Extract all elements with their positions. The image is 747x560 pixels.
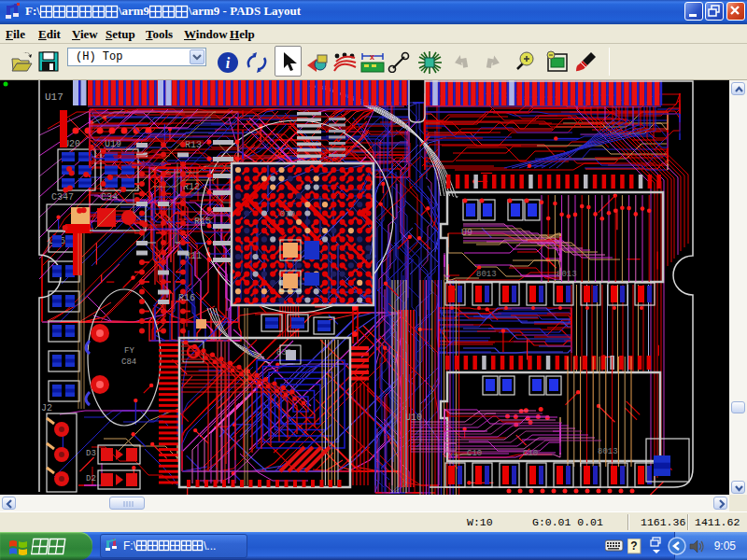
svg-text:R16: R16: [178, 293, 195, 303]
svg-text:8013: 8013: [557, 270, 577, 279]
svg-text:C10: C10: [523, 449, 538, 458]
svg-text:8013: 8013: [476, 270, 497, 279]
svg-text:C84: C84: [121, 357, 136, 367]
svg-text:U17: U17: [45, 91, 63, 103]
svg-text:C347: C347: [51, 192, 74, 203]
svg-text:070: 070: [280, 210, 295, 219]
svg-text:D2: D2: [86, 474, 96, 483]
svg-text:i: i: [226, 55, 231, 71]
svg-text:U19: U19: [105, 139, 121, 149]
svg-text:C34: C34: [101, 192, 118, 203]
svg-text:U10: U10: [405, 413, 422, 423]
svg-text:J2: J2: [41, 403, 52, 413]
svg-text:C10: C10: [467, 449, 482, 458]
svg-text:FY: FY: [124, 346, 134, 356]
svg-text:R13: R13: [185, 140, 202, 150]
svg-text:8013: 8013: [598, 447, 618, 456]
svg-text:D3: D3: [86, 449, 96, 458]
svg-text:x: x: [370, 52, 374, 62]
svg-text:?: ?: [630, 539, 637, 553]
